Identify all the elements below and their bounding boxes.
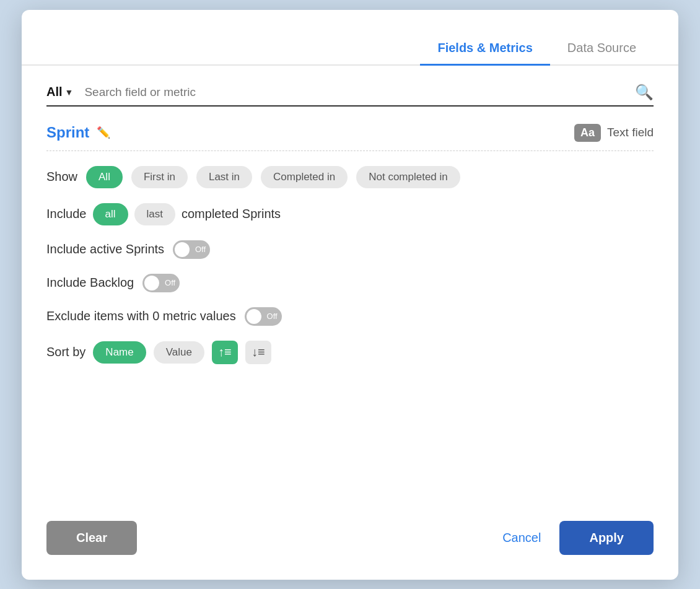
exclude-zero-label: Exclude items with 0 metric values [46, 309, 236, 323]
show-first-in-button[interactable]: First in [131, 166, 188, 188]
include-last-button[interactable]: last [134, 203, 175, 225]
include-active-label: Include active Sprints [46, 242, 164, 256]
include-active-toggle-label: Off [195, 245, 206, 254]
sort-value-button[interactable]: Value [154, 341, 204, 364]
include-label: Include [46, 207, 87, 221]
show-label: Show [46, 170, 77, 184]
sort-asc-icon: ↑≡ [218, 345, 232, 359]
text-field-label: Text field [607, 126, 654, 139]
exclude-zero-toggle[interactable]: Off [245, 307, 282, 326]
tab-data-source[interactable]: Data Source [550, 32, 654, 66]
show-all-button[interactable]: All [86, 166, 123, 188]
include-backlog-toggle[interactable]: Off [142, 274, 180, 292]
toggle-knob-backlog [144, 276, 159, 290]
cancel-button[interactable]: Cancel [502, 531, 541, 545]
aa-badge: Aa [574, 124, 601, 142]
edit-icon[interactable]: ✏️ [97, 126, 110, 139]
sort-asc-button[interactable]: ↑≡ [212, 341, 238, 364]
toggle-knob-zero [247, 309, 261, 324]
tab-fields-metrics[interactable]: Fields & Metrics [420, 32, 549, 66]
sprint-header: Sprint ✏️ Aa Text field [46, 124, 654, 151]
sort-by-row: Sort by Name Value ↑≡ ↓≡ [46, 341, 654, 364]
sort-name-button[interactable]: Name [93, 341, 146, 364]
show-row: Show All First in Last in Completed in N… [46, 166, 654, 188]
include-all-button[interactable]: all [93, 203, 128, 225]
show-not-completed-in-button[interactable]: Not completed in [356, 166, 460, 188]
include-backlog-label: Include Backlog [46, 276, 134, 290]
tab-bar: Fields & Metrics Data Source [22, 10, 678, 66]
include-active-row: Include active Sprints Off [46, 240, 654, 259]
footer-right: Cancel Apply [502, 521, 654, 555]
search-bar: All ▼ 🔍 [46, 83, 654, 107]
show-completed-in-button[interactable]: Completed in [261, 166, 348, 188]
toggle-knob [175, 242, 190, 257]
modal-dialog: Fields & Metrics Data Source All ▼ 🔍 Spr… [22, 10, 678, 580]
search-icon[interactable]: 🔍 [635, 84, 654, 101]
sprint-title: Sprint [46, 124, 89, 141]
include-completed-suffix: completed Sprints [182, 207, 281, 221]
include-backlog-row: Include Backlog Off [46, 274, 654, 292]
sort-by-label: Sort by [46, 345, 85, 359]
sort-desc-icon: ↓≡ [252, 345, 265, 359]
clear-button[interactable]: Clear [46, 521, 137, 555]
exclude-zero-row: Exclude items with 0 metric values Off [46, 307, 654, 326]
search-filter-dropdown[interactable]: All ▼ [46, 85, 73, 99]
chevron-down-icon: ▼ [65, 87, 74, 97]
text-field-badge: Aa Text field [574, 124, 654, 142]
footer: Clear Cancel Apply [22, 499, 678, 580]
exclude-zero-toggle-label: Off [267, 312, 278, 321]
search-input[interactable] [79, 83, 629, 102]
sort-desc-button[interactable]: ↓≡ [245, 341, 271, 364]
include-backlog-toggle-label: Off [165, 278, 175, 287]
apply-button[interactable]: Apply [559, 521, 654, 555]
show-last-in-button[interactable]: Last in [196, 166, 252, 188]
include-active-toggle[interactable]: Off [173, 240, 210, 259]
include-completed-row: Include all last completed Sprints [46, 203, 654, 225]
sprint-title-group: Sprint ✏️ [46, 124, 110, 141]
search-all-label: All [46, 85, 63, 99]
